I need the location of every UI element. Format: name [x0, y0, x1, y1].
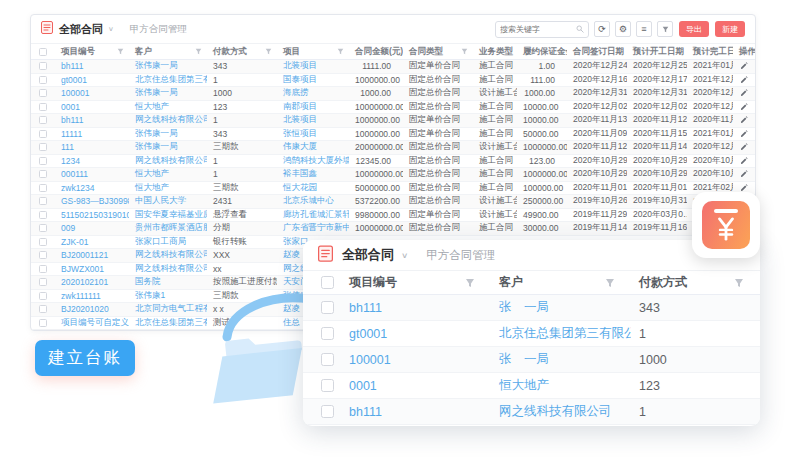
cell-link[interactable]: 中国人民大学	[129, 195, 207, 207]
row-checkbox[interactable]	[39, 130, 47, 138]
cell-link[interactable]: 国安华夏幸福基业房地产…	[129, 209, 207, 221]
create-ledger-button[interactable]: 建立台账	[35, 340, 135, 376]
row-checkbox[interactable]	[321, 301, 334, 314]
cell-link[interactable]: 网之线科技有限公司	[129, 263, 207, 275]
cell-link[interactable]: 网之线科技有限公司	[129, 249, 207, 261]
filter-icon[interactable]	[265, 48, 272, 55]
columns-icon[interactable]: ≡	[636, 21, 652, 37]
row-checkbox[interactable]	[39, 197, 47, 205]
row-checkbox[interactable]	[39, 292, 47, 300]
cell-link[interactable]: zwk111111	[55, 291, 129, 301]
cell-link[interactable]: 111	[55, 142, 129, 152]
column-header[interactable]: 项目编号	[55, 46, 129, 58]
row-checkbox[interactable]	[39, 211, 47, 219]
column-header[interactable]: 客户	[491, 274, 631, 291]
filter-icon[interactable]	[657, 21, 673, 37]
edit-button[interactable]	[733, 157, 755, 165]
filter-icon[interactable]	[461, 48, 468, 55]
row-checkbox[interactable]	[39, 157, 47, 165]
column-header[interactable]: 客户	[129, 46, 207, 58]
row-checkbox[interactable]	[39, 103, 47, 111]
cell-link[interactable]: 11111	[55, 129, 129, 139]
cell-link[interactable]: 张 一局	[491, 299, 631, 316]
row-checkbox[interactable]	[321, 405, 334, 418]
cell-link[interactable]: 伟康大厦	[277, 141, 349, 153]
cell-link[interactable]: 000111	[55, 169, 129, 179]
cell-link[interactable]: bh111	[341, 301, 491, 315]
cell-link[interactable]: 北装项目	[277, 114, 349, 126]
cell-link[interactable]: 100001	[341, 353, 491, 367]
cell-link[interactable]: 贵州市都晖景酒店服务有…	[129, 222, 207, 234]
cell-link[interactable]: 网之线科技有限公司	[129, 114, 207, 126]
filter-icon[interactable]	[605, 278, 615, 288]
cell-link[interactable]: 广东省晋宁市新中医医院…	[277, 222, 349, 234]
edit-icon[interactable]	[740, 143, 748, 151]
cell-link[interactable]: 海底捞	[277, 87, 349, 99]
row-checkbox[interactable]	[39, 48, 47, 56]
cell-link[interactable]: BJ20001121	[55, 250, 129, 260]
cell-link[interactable]: 0001	[341, 379, 491, 393]
filter-icon[interactable]	[117, 48, 124, 55]
row-checkbox[interactable]	[39, 224, 47, 232]
cell-link[interactable]: 项目编号可自定义	[55, 317, 129, 329]
cell-link[interactable]: 张伟康一局	[129, 60, 207, 72]
row-checkbox[interactable]	[39, 319, 47, 327]
cell-link[interactable]: 北京住总集团第三有限公司	[491, 325, 631, 342]
cell-link[interactable]: bh111	[341, 405, 491, 419]
cell-link[interactable]: 北京住总集团第三有限公司	[129, 317, 207, 329]
column-header[interactable]: 业务类型	[473, 46, 517, 58]
row-checkbox[interactable]	[39, 62, 47, 70]
cell-link[interactable]: 恒大地产	[129, 101, 207, 113]
row-checkbox[interactable]	[321, 353, 334, 366]
column-header[interactable]: 履约保证金金额(元	[517, 46, 567, 58]
chevron-down-icon[interactable]: ∨	[108, 25, 114, 32]
cell-link[interactable]: zwk1234	[55, 183, 129, 193]
row-checkbox[interactable]	[321, 276, 334, 289]
cell-link[interactable]: 裕丰国鑫	[277, 168, 349, 180]
cell-link[interactable]: 张 一局	[491, 351, 631, 368]
cell-link[interactable]: 恒大地产	[129, 182, 207, 194]
ledger-fab[interactable]	[692, 192, 760, 258]
row-checkbox[interactable]	[39, 184, 47, 192]
row-checkbox[interactable]	[39, 76, 47, 84]
cell-link[interactable]: 恒大地产	[491, 377, 631, 394]
column-header[interactable]: 预计开工日期	[627, 46, 687, 58]
row-checkbox[interactable]	[321, 379, 334, 392]
cell-link[interactable]: 廊坊孔雀城汇景轩	[277, 209, 349, 221]
cell-link[interactable]: 北装项目	[277, 60, 349, 72]
row-checkbox[interactable]	[39, 143, 47, 151]
cell-link[interactable]: 5115021503190101	[55, 210, 129, 220]
edit-button[interactable]	[733, 170, 755, 178]
edit-icon[interactable]	[740, 62, 748, 70]
cell-link[interactable]: bh111	[55, 61, 129, 71]
column-header[interactable]: 项目编号	[341, 274, 491, 291]
column-header[interactable]: 合同类型	[403, 46, 473, 58]
cell-link[interactable]: 北京同方电气工程有限公司	[129, 303, 207, 315]
cell-link[interactable]: 恒大花园	[277, 182, 349, 194]
row-checkbox[interactable]	[39, 278, 47, 286]
cell-link[interactable]: 鸿鹄科技大厦外墙施工项目	[277, 155, 349, 167]
cell-link[interactable]: 009	[55, 223, 129, 233]
edit-button[interactable]	[733, 143, 755, 151]
row-checkbox[interactable]	[39, 116, 47, 124]
cell-link[interactable]: 张恒项目	[277, 128, 349, 140]
edit-icon[interactable]	[740, 157, 748, 165]
cell-link[interactable]: 恒大地产	[129, 168, 207, 180]
filter-icon[interactable]	[734, 278, 744, 288]
column-header[interactable]: 合同金额(元)	[349, 46, 403, 58]
column-header[interactable]: 付款方式	[207, 46, 277, 58]
refresh-icon[interactable]: ⟳	[594, 21, 610, 37]
cell-link[interactable]: 张伟康一局	[129, 87, 207, 99]
cell-link[interactable]: 网之线科技有限公司	[129, 155, 207, 167]
edit-icon[interactable]	[740, 116, 748, 124]
row-checkbox[interactable]	[39, 238, 47, 246]
edit-icon[interactable]	[740, 103, 748, 111]
cell-link[interactable]: 张伟康一局	[129, 141, 207, 153]
row-checkbox[interactable]	[39, 305, 47, 313]
edit-button[interactable]	[733, 184, 755, 192]
row-checkbox[interactable]	[39, 170, 47, 178]
row-checkbox[interactable]	[39, 265, 47, 273]
cell-link[interactable]: 国务院	[129, 276, 207, 288]
column-header[interactable]: 预计完工日期	[687, 46, 733, 58]
cell-link[interactable]: BJ20201020	[55, 304, 129, 314]
